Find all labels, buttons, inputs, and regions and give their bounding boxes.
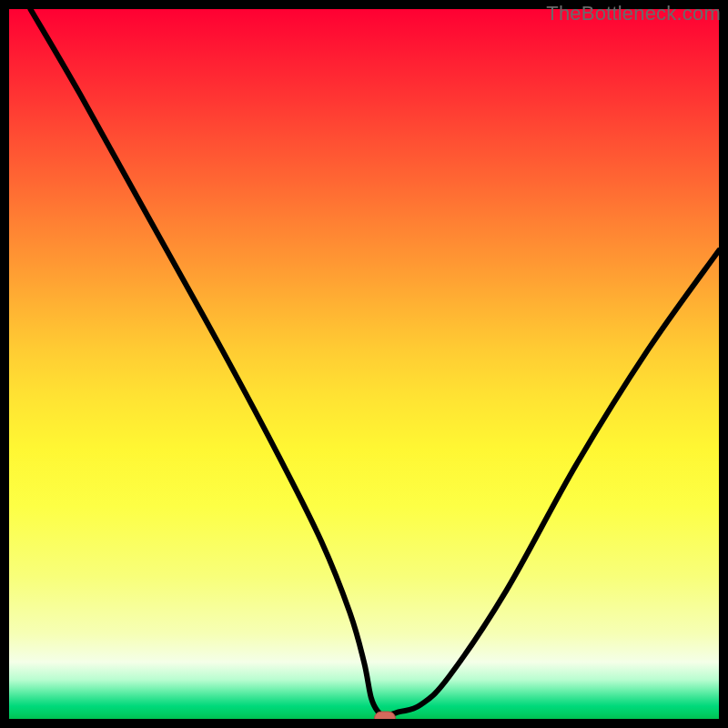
- bottleneck-curve: [9, 9, 719, 719]
- watermark-text: TheBottleneck.com: [546, 2, 721, 25]
- plot-area: [9, 9, 719, 719]
- curve-path: [30, 9, 719, 715]
- optimal-point-marker: [374, 712, 396, 720]
- chart-frame: TheBottleneck.com: [0, 0, 728, 728]
